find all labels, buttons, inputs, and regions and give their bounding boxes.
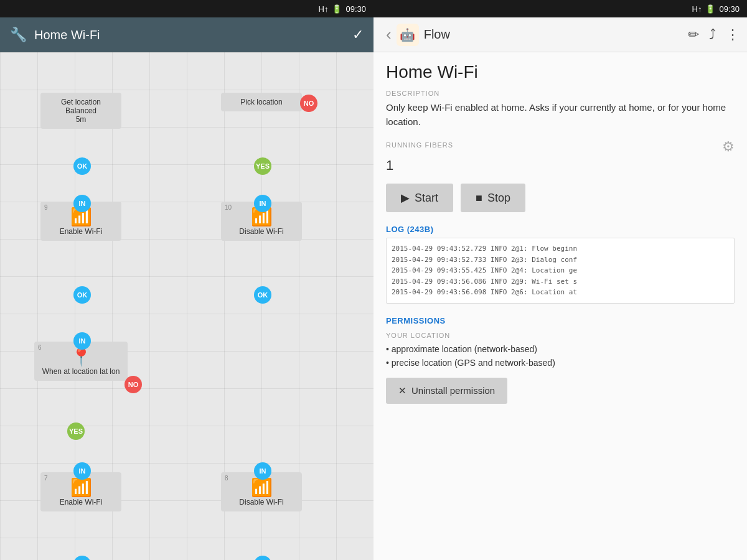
dot-yes-pick[interactable]: YES xyxy=(254,157,271,175)
right-panel: H↑ 🔋 09:30 ‹ 🤖 Flow ✏ ⤴ ⋮ Home Wi-Fi DES… xyxy=(374,0,747,560)
more-icon[interactable]: ⋮ xyxy=(726,27,740,43)
dot-ok-8[interactable]: OK xyxy=(254,556,271,560)
log-line-2: 2015-04-29 09:43:52.733 INFO 2@3: Dialog… xyxy=(392,254,729,266)
actions-row: ▶ Start ■ Stop xyxy=(386,184,735,212)
right-top-bar: ‹ 🤖 Flow ✏ ⤴ ⋮ xyxy=(374,17,747,52)
dot-in-8[interactable]: IN xyxy=(254,462,271,480)
dot-no-pick: NO xyxy=(300,95,317,112)
left-status-bar: H↑ 🔋 09:30 xyxy=(0,0,374,17)
stop-icon: ■ xyxy=(476,192,482,205)
uninstall-label: Uninstall permission xyxy=(411,385,495,396)
left-time: 09:30 xyxy=(345,4,366,14)
log-line-4: 2015-04-29 09:43:56.086 INFO 2@9: Wi-Fi … xyxy=(392,276,729,287)
node-get-location[interactable]: Get location Balanced5m xyxy=(40,93,121,129)
flow-logo: 🤖 xyxy=(397,24,419,46)
edit-icon[interactable]: ✏ xyxy=(688,27,699,43)
running-row: RUNNING FIBERS ⚙ xyxy=(386,139,735,155)
dot-in-9[interactable]: IN xyxy=(73,195,91,212)
right-signal-icon: H↑ xyxy=(692,4,702,14)
permissions-header: PERMISSIONS xyxy=(386,316,735,325)
running-count: 1 xyxy=(386,157,735,174)
start-label: Start xyxy=(415,192,438,205)
dot-ok-get-loc[interactable]: OK xyxy=(73,157,91,175)
start-button[interactable]: ▶ Start xyxy=(386,184,453,212)
dot-no-6[interactable]: NO xyxy=(125,376,142,393)
log-line-3: 2015-04-29 09:43:55.425 INFO 2@4: Locati… xyxy=(392,265,729,276)
play-icon: ▶ xyxy=(401,191,410,205)
description-text: Only keep Wi-Fi enabled at home. Asks if… xyxy=(386,101,735,129)
dot-ok-9[interactable]: OK xyxy=(73,286,91,304)
left-top-bar: 🔧 Home Wi-Fi ✓ xyxy=(0,17,374,52)
description-label: DESCRIPTION xyxy=(386,90,735,97)
right-status-bar: H↑ 🔋 09:30 xyxy=(374,0,747,17)
check-icon[interactable]: ✓ xyxy=(352,27,364,43)
right-content: Home Wi-Fi DESCRIPTION Only keep Wi-Fi e… xyxy=(374,52,747,560)
dot-in-10[interactable]: IN xyxy=(254,195,271,212)
permission-item-2: precise location (GPS and network-based) xyxy=(386,358,735,368)
stop-button[interactable]: ■ Stop xyxy=(461,184,525,212)
node-pick-location[interactable]: Pick location xyxy=(221,93,302,111)
right-page-title: Flow xyxy=(424,27,678,42)
left-panel: H↑ 🔋 09:30 🔧 Home Wi-Fi ✓ xyxy=(0,0,374,560)
location-label: YOUR LOCATION xyxy=(386,332,735,339)
permissions-list: approximate location (network-based) pre… xyxy=(386,344,735,368)
wrench-icon: 🔧 xyxy=(10,27,27,43)
right-battery-icon: 🔋 xyxy=(705,4,715,14)
log-header: LOG (243B) xyxy=(386,225,735,234)
log-line-1: 2015-04-29 09:43:52.729 INFO 2@1: Flow b… xyxy=(392,243,729,254)
right-time: 09:30 xyxy=(719,4,740,14)
log-box: 2015-04-29 09:43:52.729 INFO 2@1: Flow b… xyxy=(386,238,735,304)
left-page-title: Home Wi-Fi xyxy=(34,28,345,42)
flow-title: Home Wi-Fi xyxy=(386,62,735,82)
share-icon[interactable]: ⤴ xyxy=(709,27,716,43)
x-icon: ✕ xyxy=(398,385,406,396)
left-battery-icon: 🔋 xyxy=(332,4,342,14)
uninstall-button[interactable]: ✕ Uninstall permission xyxy=(386,378,507,404)
back-icon[interactable]: ‹ xyxy=(386,25,392,44)
log-line-5: 2015-04-29 09:43:56.098 INFO 2@6: Locati… xyxy=(392,287,729,298)
dot-ok-7[interactable]: OK xyxy=(73,556,91,560)
left-signal-icon: H↑ xyxy=(319,4,329,14)
dot-in-6[interactable]: IN xyxy=(73,332,91,350)
dot-yes-6[interactable]: YES xyxy=(67,422,85,440)
dot-ok-10[interactable]: OK xyxy=(254,286,271,304)
dot-in-7[interactable]: IN xyxy=(73,462,91,480)
permission-item-1: approximate location (network-based) xyxy=(386,344,735,354)
stop-label: Stop xyxy=(487,192,510,205)
gear-icon[interactable]: ⚙ xyxy=(722,139,735,155)
running-label: RUNNING FIBERS xyxy=(386,141,453,149)
flow-canvas[interactable]: Get location Balanced5m Pick location NO… xyxy=(0,52,374,560)
